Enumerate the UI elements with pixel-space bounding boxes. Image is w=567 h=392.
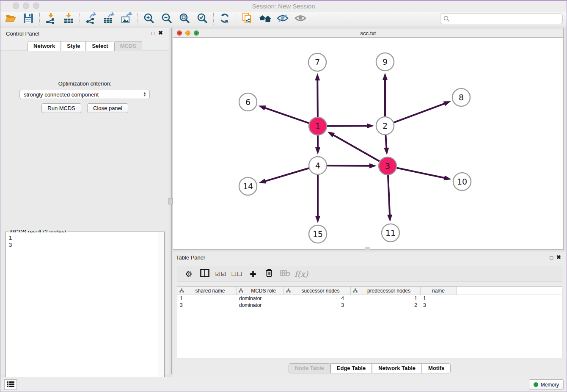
zoom-out-button[interactable] bbox=[158, 13, 176, 25]
graph-edge[interactable] bbox=[394, 103, 445, 122]
network-window-title: scc.txt bbox=[173, 30, 563, 36]
memory-label: Memory bbox=[541, 382, 559, 388]
clone-network-button[interactable] bbox=[238, 13, 256, 25]
export-image-button[interactable] bbox=[118, 13, 135, 25]
close-table-panel-icon[interactable]: ✖ bbox=[556, 254, 561, 260]
graph-edge-arrow bbox=[315, 73, 320, 80]
mcds-result-box: MCDS result (2 nodes) 13 bbox=[6, 232, 165, 391]
checked-boxes-icon: ☑☑ bbox=[215, 271, 226, 277]
horizontal-splitter-handle[interactable] bbox=[365, 247, 370, 250]
close-panel-icon[interactable]: ✖ bbox=[158, 30, 163, 36]
float-table-panel-icon[interactable]: □ bbox=[550, 255, 553, 260]
search-box[interactable] bbox=[440, 13, 563, 24]
table-cell: dominator bbox=[237, 295, 284, 301]
zoom-out-icon bbox=[161, 12, 173, 26]
deselect-all-button[interactable]: ☐☐ bbox=[229, 268, 245, 280]
tab-network-table[interactable]: Network Table bbox=[372, 363, 422, 373]
list-icon bbox=[7, 381, 14, 389]
graph-edge-arrow bbox=[259, 179, 266, 184]
show-all-button[interactable] bbox=[292, 13, 309, 25]
graph-edge[interactable] bbox=[264, 108, 309, 123]
save-icon bbox=[23, 13, 34, 25]
export-table-button[interactable] bbox=[100, 13, 118, 25]
column-header-shared-name[interactable]: shared name bbox=[177, 287, 237, 295]
hide-selected-button[interactable] bbox=[274, 13, 292, 25]
select-all-button[interactable]: ☑☑ bbox=[213, 268, 229, 280]
close-panel-button[interactable]: Close panel bbox=[87, 103, 128, 113]
import-network-icon bbox=[45, 12, 57, 26]
tab-select[interactable]: Select bbox=[86, 41, 114, 51]
memory-button[interactable]: Memory bbox=[529, 379, 564, 390]
gear-icon: ⚙ bbox=[185, 269, 192, 279]
export-network-icon bbox=[85, 12, 97, 26]
zoom-fit-icon bbox=[179, 12, 190, 26]
column-header-predecessor-nodes[interactable]: predecessor nodes bbox=[351, 287, 421, 295]
search-input[interactable] bbox=[451, 15, 562, 22]
column-label: shared name bbox=[184, 288, 236, 294]
graph-edge[interactable] bbox=[317, 80, 318, 117]
refresh-button[interactable] bbox=[216, 13, 234, 25]
graph-edge[interactable] bbox=[327, 126, 368, 126]
run-mcds-button[interactable]: Run MCDS bbox=[41, 103, 81, 113]
graph-edge[interactable] bbox=[327, 166, 370, 166]
tab-node-table[interactable]: Node Table bbox=[289, 363, 330, 373]
tab-mcds[interactable]: MCDS bbox=[114, 41, 142, 51]
graph-edge-arrow bbox=[328, 132, 335, 138]
add-button[interactable]: ✚ bbox=[245, 268, 261, 280]
export-network-button[interactable] bbox=[82, 13, 100, 25]
vertical-splitter-handle[interactable] bbox=[168, 198, 173, 204]
table-cell: 3 bbox=[177, 302, 237, 308]
zoom-selected-icon bbox=[196, 12, 208, 26]
float-panel-icon[interactable]: □ bbox=[151, 30, 155, 36]
graph-edge[interactable] bbox=[264, 168, 309, 181]
status-bar: Memory bbox=[0, 377, 567, 392]
node-table: shared nameMCDS rolesuccessor nodesprede… bbox=[177, 286, 562, 359]
tab-motifs[interactable]: Motifs bbox=[422, 363, 451, 373]
toolbar-separator bbox=[39, 13, 40, 25]
tab-network[interactable]: Network bbox=[28, 41, 61, 51]
table-row[interactable]: 1dominator411 bbox=[177, 295, 562, 302]
zoom-in-button[interactable] bbox=[140, 13, 158, 25]
home-button[interactable] bbox=[256, 13, 274, 25]
toolbar-separator bbox=[236, 13, 236, 25]
task-history-button[interactable] bbox=[4, 379, 17, 390]
graph-node-label: 1 bbox=[315, 121, 320, 131]
column-header-successor-nodes[interactable]: successor nodes bbox=[284, 287, 351, 295]
eye-slash-icon bbox=[276, 13, 289, 25]
graph-edge-arrow bbox=[367, 123, 374, 128]
import-network-button[interactable] bbox=[42, 13, 60, 25]
delete-button[interactable] bbox=[261, 268, 277, 280]
graph-edge[interactable] bbox=[388, 175, 390, 215]
save-session-button[interactable] bbox=[19, 13, 37, 25]
column-header-name[interactable]: name bbox=[421, 287, 457, 295]
open-file-button[interactable] bbox=[2, 13, 19, 25]
show-columns-button[interactable] bbox=[197, 268, 213, 280]
network-graph[interactable]: 7968124314101511 bbox=[173, 38, 563, 249]
sort-icon bbox=[353, 288, 358, 293]
search-icon bbox=[443, 16, 450, 22]
graph-edge[interactable] bbox=[397, 168, 445, 178]
graph-edge[interactable] bbox=[385, 135, 386, 149]
selected-criterion: strongly connected component bbox=[24, 91, 143, 98]
table-cell: 3 bbox=[284, 302, 351, 308]
app-titlebar: Session: New Session bbox=[0, 0, 567, 12]
zoom-fit-button[interactable] bbox=[176, 13, 193, 25]
table-tabs: Node TableEdge TableNetwork TableMotifs bbox=[173, 363, 567, 373]
column-header-mcds-role[interactable]: MCDS role bbox=[237, 287, 284, 295]
table-settings-button[interactable]: ⚙ bbox=[181, 268, 197, 280]
graph-node-label: 11 bbox=[385, 228, 396, 237]
column-label: name bbox=[421, 288, 456, 294]
import-table-button[interactable] bbox=[60, 13, 77, 25]
tab-style[interactable]: Style bbox=[61, 41, 86, 51]
tab-edge-table[interactable]: Edge Table bbox=[330, 363, 372, 373]
memory-status-icon bbox=[534, 382, 538, 387]
open-folder-icon bbox=[5, 12, 17, 26]
result-scrollbar[interactable] bbox=[158, 232, 164, 390]
graph-edge-arrow bbox=[259, 105, 266, 110]
graph-node-label: 8 bbox=[459, 93, 464, 102]
optimization-criterion-select[interactable]: strongly connected component ▲▼ bbox=[19, 90, 150, 99]
eye-icon bbox=[294, 13, 307, 25]
graph-edge[interactable] bbox=[333, 135, 380, 161]
table-row[interactable]: 3dominator323 bbox=[177, 302, 562, 309]
zoom-selected-button[interactable] bbox=[193, 13, 211, 25]
